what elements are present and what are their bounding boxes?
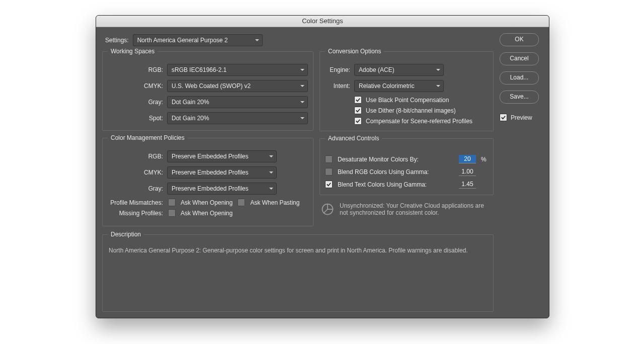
working-spaces-group: Working Spaces RGB: sRGB IEC61966-2.1 CM… <box>102 51 313 131</box>
policy-gray-value: Preserve Embedded Profiles <box>172 185 249 192</box>
settings-value: North America General Purpose 2 <box>137 37 228 44</box>
mismatch-open-checkbox[interactable] <box>168 199 176 206</box>
cancel-button[interactable]: Cancel <box>500 52 539 65</box>
settings-dropdown[interactable]: North America General Purpose 2 <box>133 34 263 46</box>
blend-rgb-checkbox[interactable] <box>325 168 333 176</box>
description-title: Description <box>108 231 144 238</box>
desaturate-label: Desaturate Monitor Colors By: <box>338 156 454 163</box>
color-settings-dialog: Color Settings Settings: North America G… <box>96 15 549 318</box>
desaturate-checkbox[interactable] <box>325 155 333 163</box>
load-button[interactable]: Load... <box>500 71 539 84</box>
bpc-checkbox[interactable] <box>354 96 362 104</box>
engine-value: Adobe (ACE) <box>359 66 394 73</box>
spot-dropdown[interactable]: Dot Gain 20% <box>167 112 308 124</box>
spot-value: Dot Gain 20% <box>172 115 209 122</box>
gray-value: Dot Gain 20% <box>172 99 209 106</box>
mismatch-paste-checkbox[interactable] <box>237 199 245 206</box>
compensate-checkbox[interactable] <box>354 117 362 125</box>
blend-text-input[interactable]: 1.45 <box>459 180 476 189</box>
missing-label: Missing Profiles: <box>108 210 163 217</box>
description-group: Description North America General Purpos… <box>102 234 494 312</box>
blend-rgb-input[interactable]: 1.00 <box>459 167 476 176</box>
preview-label: Preview <box>511 114 532 121</box>
blend-rgb-label: Blend RGB Colors Using Gamma: <box>338 168 454 176</box>
policy-rgb-label: RGB: <box>108 153 163 160</box>
window-title: Color Settings <box>96 16 549 27</box>
advanced-group: Advanced Controls Desaturate Monitor Col… <box>319 138 494 195</box>
cmyk-dropdown[interactable]: U.S. Web Coated (SWOP) v2 <box>167 80 308 92</box>
preview-checkbox[interactable] <box>500 114 507 121</box>
mismatch-paste-label: Ask When Pasting <box>250 199 299 206</box>
policy-gray-dropdown[interactable]: Preserve Embedded Profiles <box>167 183 277 195</box>
settings-label: Settings: <box>105 37 129 44</box>
rgb-label: RGB: <box>108 66 163 73</box>
rgb-dropdown[interactable]: sRGB IEC61966-2.1 <box>167 64 308 76</box>
mismatch-open-label: Ask When Opening <box>181 199 232 206</box>
compensate-label: Compensate for Scene-referred Profiles <box>366 118 472 125</box>
policy-cmyk-label: CMYK: <box>108 169 163 176</box>
policy-rgb-value: Preserve Embedded Profiles <box>172 153 249 160</box>
rgb-value: sRGB IEC61966-2.1 <box>172 66 226 73</box>
gray-dropdown[interactable]: Dot Gain 20% <box>167 96 308 108</box>
bpc-label: Use Black Point Compensation <box>366 97 449 104</box>
blend-text-label: Blend Text Colors Using Gamma: <box>338 181 454 188</box>
sync-status: Unsynchronized: Your Creative Cloud appl… <box>320 202 493 216</box>
intent-label: Intent: <box>325 82 350 90</box>
spot-label: Spot: <box>108 115 163 122</box>
intent-value: Relative Colorimetric <box>359 82 415 90</box>
dither-label: Use Dither (8-bit/channel images) <box>366 107 456 114</box>
cmyk-value: U.S. Web Coated (SWOP) v2 <box>172 82 251 90</box>
engine-label: Engine: <box>325 66 350 73</box>
sync-text: Unsynchronized: Your Creative Cloud appl… <box>340 202 493 216</box>
missing-open-label: Ask When Opening <box>181 210 232 217</box>
unsynchronized-icon <box>320 202 335 216</box>
ok-button[interactable]: OK <box>500 33 539 46</box>
mismatch-label: Profile Mismatches: <box>108 199 163 206</box>
policy-rgb-dropdown[interactable]: Preserve Embedded Profiles <box>167 150 277 162</box>
policy-cmyk-dropdown[interactable]: Preserve Embedded Profiles <box>167 166 277 179</box>
cmyk-label: CMYK: <box>108 82 163 90</box>
description-text: North America General Purpose 2: General… <box>109 246 487 255</box>
blend-text-checkbox[interactable] <box>325 181 333 188</box>
percent-label: % <box>481 156 488 163</box>
conversion-title: Conversion Options <box>325 48 384 55</box>
gray-label: Gray: <box>108 99 163 106</box>
policies-title: Color Management Policies <box>108 134 188 141</box>
advanced-title: Advanced Controls <box>325 135 382 142</box>
desaturate-input[interactable]: 20 <box>459 155 476 163</box>
policy-cmyk-value: Preserve Embedded Profiles <box>172 169 249 176</box>
intent-dropdown[interactable]: Relative Colorimetric <box>354 80 444 92</box>
working-spaces-title: Working Spaces <box>108 48 157 55</box>
conversion-group: Conversion Options Engine: Adobe (ACE) I… <box>319 51 494 131</box>
dither-checkbox[interactable] <box>354 107 362 114</box>
save-button[interactable]: Save... <box>500 91 539 104</box>
policy-gray-label: Gray: <box>108 185 163 192</box>
engine-dropdown[interactable]: Adobe (ACE) <box>354 64 444 76</box>
policies-group: Color Management Policies RGB: Preserve … <box>102 138 313 226</box>
missing-open-checkbox[interactable] <box>168 209 176 217</box>
